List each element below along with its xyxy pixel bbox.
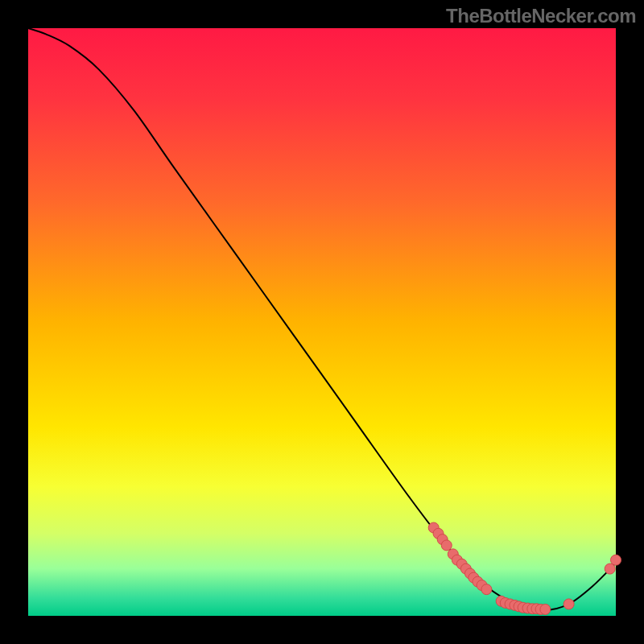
plot-background [28, 28, 616, 616]
data-point [481, 584, 492, 595]
data-point [564, 599, 574, 609]
watermark-text: TheBottleNecker.com [446, 5, 636, 27]
chart-container: TheBottleNecker.com [0, 0, 644, 644]
data-point [540, 604, 551, 614]
data-point [441, 540, 452, 551]
bottleneck-chart [0, 0, 644, 644]
data-point [611, 555, 621, 565]
